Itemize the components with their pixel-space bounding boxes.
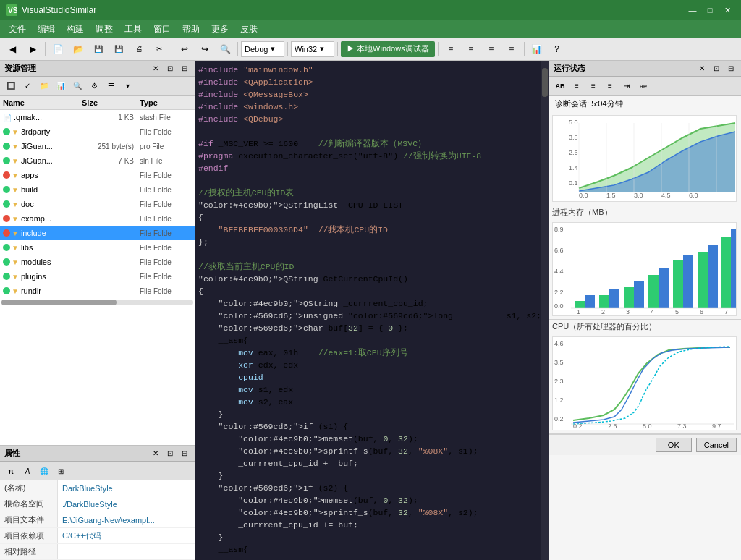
chart3-title: CPU（所有处理器的百分比）: [549, 320, 741, 334]
filter-button[interactable]: 🔲: [3, 79, 19, 93]
back-button[interactable]: ◀: [3, 40, 22, 59]
sync-button[interactable]: ✓: [20, 79, 35, 93]
tree-item[interactable]: ▼ examp... File Folde: [0, 211, 195, 226]
tree-item[interactable]: 📄 .qmak... 1 KB stash File: [0, 110, 195, 124]
props-globe-btn[interactable]: 🌐: [36, 464, 52, 478]
tree-item-name: ▼ JiGuan...: [0, 142, 79, 150]
chart-button[interactable]: 📊: [528, 40, 546, 59]
svg-text:4.4: 4.4: [554, 268, 564, 275]
align-justify-button[interactable]: ≡: [502, 40, 521, 59]
tree-item[interactable]: ▼ JiGuan... 251 byte(s) pro File: [0, 139, 195, 153]
maximize-button[interactable]: □: [702, 4, 718, 17]
layout-button[interactable]: ☰: [103, 79, 119, 93]
tree-item-name: ▼ examp...: [0, 214, 79, 223]
rt-ab-btn[interactable]: AB: [552, 79, 568, 93]
menu-window[interactable]: 窗口: [148, 20, 177, 38]
tree-item-size: 1 KB: [79, 114, 137, 122]
tree-item[interactable]: ▼ doc File Folde: [0, 197, 195, 211]
menu-build[interactable]: 构建: [61, 20, 90, 38]
print-button[interactable]: 🖨: [130, 40, 148, 59]
forward-button[interactable]: ▶: [23, 40, 42, 59]
tree-item[interactable]: ▼ apps File Folde: [0, 168, 195, 182]
code-scroll[interactable]: #include "mainwindow.h"#include <QApplic…: [195, 64, 541, 557]
rt-align3-btn[interactable]: ≡: [602, 79, 618, 93]
code-line: "color:#4ec9b0;">sprintf_s(buf, 32, "%08…: [195, 506, 541, 519]
search-button[interactable]: 🔍: [216, 40, 234, 59]
code-line-content: #include <QApplication>: [195, 76, 541, 88]
tree-item[interactable]: ▼ plugins File Folde: [0, 269, 195, 284]
minimize-button[interactable]: —: [685, 4, 700, 17]
svg-rect-23: [575, 301, 585, 308]
rt-indent-btn[interactable]: ⇥: [619, 79, 635, 93]
save-all-button[interactable]: 💾: [109, 40, 128, 59]
rt-ae-btn[interactable]: ae: [635, 79, 651, 93]
runtime-header: 运行状态 ✕ ⊡ ⊟: [549, 61, 741, 77]
save-button[interactable]: 💾: [89, 40, 108, 59]
code-line: [195, 125, 541, 137]
cut-button[interactable]: ✂: [150, 40, 169, 59]
platform-dropdown[interactable]: Win32 ▾: [291, 41, 334, 57]
debug-mode-dropdown[interactable]: Debug ▾: [241, 41, 284, 57]
svg-text:6.6: 6.6: [554, 247, 564, 254]
open-button[interactable]: 📂: [69, 40, 88, 59]
align-left-button[interactable]: ≡: [441, 40, 460, 59]
tree-item[interactable]: ▼ 3rdparty File Folde: [0, 124, 195, 139]
properties-float[interactable]: ⊡: [164, 448, 176, 459]
rt-align2-btn[interactable]: ≡: [585, 79, 601, 93]
vscroll-thumb[interactable]: [542, 68, 548, 97]
menu-more[interactable]: 更多: [206, 20, 234, 38]
tree-item-type: File Folde: [137, 200, 195, 208]
tree-item[interactable]: ▼ include File Folde: [0, 226, 195, 240]
tree-item[interactable]: ▼ libs File Folde: [0, 240, 195, 255]
rt-align1-btn[interactable]: ≡: [569, 79, 585, 93]
menu-help[interactable]: 帮助: [177, 20, 206, 38]
tree-scrollbar[interactable]: [1, 300, 193, 305]
tree-item[interactable]: ▼ build File Folde: [0, 182, 195, 197]
resource-panel-close[interactable]: ✕: [150, 63, 161, 75]
cancel-button[interactable]: Cancel: [696, 438, 737, 452]
more-options-button[interactable]: ▾: [119, 79, 135, 93]
props-pi-btn[interactable]: π: [3, 464, 19, 478]
code-line-content: __asm{: [195, 334, 541, 347]
props-a-btn[interactable]: A: [20, 464, 35, 478]
svg-rect-35: [721, 237, 731, 308]
ok-button[interactable]: OK: [656, 438, 692, 452]
search-panel-button[interactable]: 🔍: [69, 79, 85, 93]
run-button[interactable]: ▶ 本地Windows调试器: [341, 41, 435, 57]
runtime-close[interactable]: ✕: [696, 63, 708, 75]
menu-adjust[interactable]: 调整: [90, 20, 119, 38]
menu-tools[interactable]: 工具: [119, 20, 148, 38]
runtime-float[interactable]: ⊡: [711, 63, 722, 75]
undo-button[interactable]: ↩: [175, 40, 194, 59]
vertical-scrollbar[interactable]: [541, 61, 549, 560]
menu-edit[interactable]: 编辑: [32, 20, 61, 38]
align-right-button[interactable]: ≡: [482, 40, 501, 59]
svg-text:3.5: 3.5: [554, 359, 564, 366]
menu-file[interactable]: 文件: [3, 20, 32, 38]
folder-button[interactable]: 📁: [36, 79, 52, 93]
close-button[interactable]: ✕: [719, 4, 735, 17]
tree-item[interactable]: ▼ JiGuan... 7 KB sln File: [0, 153, 195, 168]
code-content[interactable]: #include "mainwindow.h"#include <QApplic…: [195, 61, 541, 560]
redo-button[interactable]: ↪: [195, 40, 214, 59]
menu-skin[interactable]: 皮肤: [234, 20, 263, 38]
resource-panel-float[interactable]: ⊡: [164, 63, 176, 75]
properties-close[interactable]: ✕: [150, 448, 161, 459]
tree-item[interactable]: ▼ rundir File Folde: [0, 284, 195, 298]
code-line: mov eax, 03h: [195, 556, 541, 557]
options-button[interactable]: ⚙: [86, 79, 102, 93]
align-center-button[interactable]: ≡: [462, 40, 480, 59]
code-line: //授权的主机CPU的ID表: [195, 187, 541, 199]
resource-panel-dock[interactable]: ⊟: [179, 63, 190, 75]
props-grid-btn[interactable]: ⊞: [53, 464, 69, 478]
view-button[interactable]: 📊: [53, 79, 69, 93]
tree-item[interactable]: ▼ modules File Folde: [0, 255, 195, 269]
code-line: "color:#4ec9b0;">QString GetCurrentCpuId…: [195, 273, 541, 285]
svg-text:4.5: 4.5: [661, 192, 671, 199]
help-button[interactable]: ?: [548, 40, 567, 59]
runtime-dock[interactable]: ⊟: [725, 63, 737, 75]
svg-text:4: 4: [651, 308, 654, 315]
properties-dock[interactable]: ⊟: [179, 448, 190, 459]
toolbar-sep-2: [172, 42, 172, 56]
new-button[interactable]: 📄: [48, 40, 67, 59]
